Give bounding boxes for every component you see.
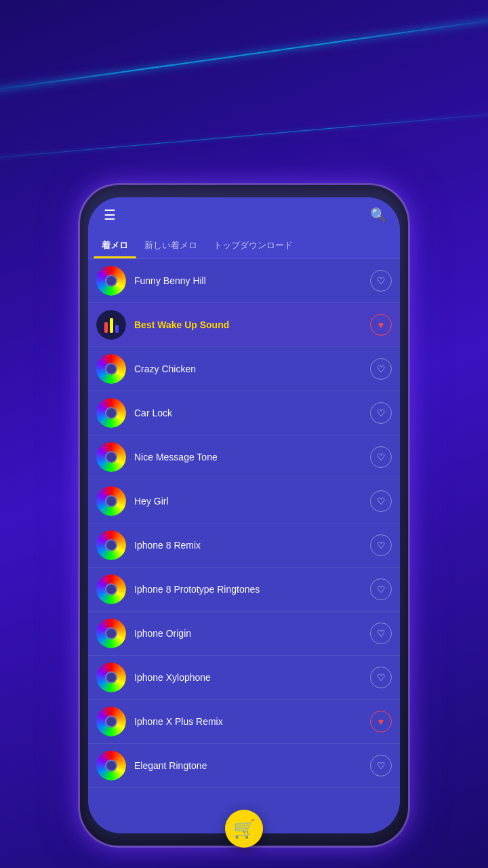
- cd-icon: [96, 707, 126, 736]
- favorite-button[interactable]: ♡: [370, 667, 392, 688]
- song-item[interactable]: Iphone Xylophone ♡: [88, 656, 400, 700]
- cart-fab[interactable]: 🛒: [225, 810, 263, 848]
- song-name: Iphone X Plus Remix: [134, 716, 370, 727]
- song-item[interactable]: Hey Girl ♡: [88, 479, 400, 524]
- tab-new-ringtones[interactable]: 新しい着メロ: [136, 233, 205, 258]
- song-name: Elegant Ringtone: [134, 760, 370, 771]
- tabs-bar: 着メロ 新しい着メロ トップダウンロード: [88, 233, 400, 259]
- song-icon: [96, 663, 126, 692]
- song-icon: [96, 486, 126, 516]
- song-item[interactable]: Funny Benny Hill ♡: [88, 259, 400, 303]
- song-icon: [96, 618, 126, 648]
- song-item[interactable]: Iphone X Plus Remix ♥: [88, 700, 400, 744]
- favorite-button[interactable]: ♡: [370, 578, 392, 600]
- song-name: Funny Benny Hill: [134, 275, 370, 286]
- song-item[interactable]: Crazy Chicken ♡: [88, 347, 400, 391]
- phone-outer: ☰ 🔍 着メロ 新しい着メロ トップダウンロード Funny Benny Hil…: [78, 183, 410, 848]
- favorite-button[interactable]: ♥: [370, 314, 392, 336]
- song-icon: [96, 751, 126, 781]
- song-icon: [96, 310, 126, 340]
- cd-icon: [96, 530, 126, 560]
- menu-icon[interactable]: ☰: [99, 207, 121, 223]
- song-name: Iphone Origin: [134, 628, 370, 639]
- cd-icon: [96, 442, 126, 472]
- cd-icon: [96, 266, 126, 296]
- song-name: Iphone 8 Prototype Ringtones: [134, 584, 370, 595]
- song-name: Crazy Chicken: [134, 363, 370, 374]
- cart-icon: 🛒: [233, 818, 255, 840]
- cd-icon: [96, 618, 126, 648]
- favorite-button[interactable]: ♡: [370, 402, 392, 424]
- phone-screen: ☰ 🔍 着メロ 新しい着メロ トップダウンロード Funny Benny Hil…: [88, 197, 400, 833]
- song-name: Best Wake Up Sound: [134, 319, 370, 330]
- cd-icon: [96, 663, 126, 692]
- song-item[interactable]: Iphone 8 Remix ♡: [88, 524, 400, 568]
- cd-icon: [96, 486, 126, 516]
- cd-icon: [96, 751, 126, 781]
- song-icon: [96, 398, 126, 428]
- song-item[interactable]: Best Wake Up Sound ♥: [88, 303, 400, 347]
- song-item[interactable]: Elegant Ringtone ♡: [88, 744, 400, 788]
- phone-mockup: ☰ 🔍 着メロ 新しい着メロ トップダウンロード Funny Benny Hil…: [78, 183, 410, 848]
- app-header: ☰ 🔍: [88, 197, 400, 233]
- song-icon: [96, 442, 126, 472]
- song-name: Iphone 8 Remix: [134, 540, 370, 551]
- song-item[interactable]: Iphone 8 Prototype Ringtones ♡: [88, 568, 400, 612]
- tab-top-downloads[interactable]: トップダウンロード: [205, 233, 301, 258]
- song-item[interactable]: Car Lock ♡: [88, 391, 400, 435]
- song-icon: [96, 354, 126, 384]
- song-icon: [96, 530, 126, 560]
- song-name: Hey Girl: [134, 496, 370, 507]
- playing-icon: [96, 310, 126, 340]
- favorite-button[interactable]: ♡: [370, 755, 392, 776]
- search-icon[interactable]: 🔍: [367, 207, 389, 223]
- favorite-button[interactable]: ♡: [370, 534, 392, 556]
- song-item[interactable]: Nice Message Tone ♡: [88, 435, 400, 479]
- favorite-button[interactable]: ♡: [370, 623, 392, 644]
- song-name: Iphone Xylophone: [134, 672, 370, 683]
- favorite-button[interactable]: ♡: [370, 446, 392, 468]
- song-icon: [96, 266, 126, 296]
- favorite-button[interactable]: ♡: [370, 358, 392, 380]
- song-item[interactable]: Iphone Origin ♡: [88, 612, 400, 656]
- song-icon: [96, 707, 126, 736]
- song-icon: [96, 574, 126, 604]
- cd-icon: [96, 354, 126, 384]
- song-name: Car Lock: [134, 408, 370, 418]
- tab-ringtones[interactable]: 着メロ: [94, 233, 136, 258]
- song-name: Nice Message Tone: [134, 452, 370, 462]
- favorite-button[interactable]: ♥: [370, 711, 392, 732]
- cd-icon: [96, 574, 126, 604]
- song-list: Funny Benny Hill ♡ Best Wake Up Sound ♥ …: [88, 259, 400, 829]
- cd-icon: [96, 398, 126, 428]
- favorite-button[interactable]: ♡: [370, 490, 392, 512]
- favorite-button[interactable]: ♡: [370, 270, 392, 292]
